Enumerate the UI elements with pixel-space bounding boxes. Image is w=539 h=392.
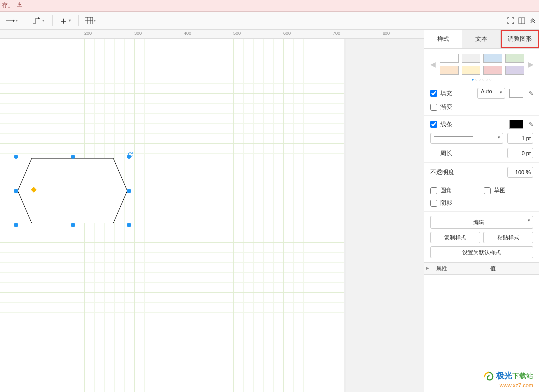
resize-handle-nw[interactable]	[14, 155, 18, 159]
line-width-input[interactable]	[507, 133, 533, 144]
ruler-horizontal: 200 300 400 500 600 700 800	[0, 30, 424, 39]
set-default-style-button[interactable]: 设置为默认样式	[430, 246, 533, 258]
connector-tool[interactable]: ▾	[29, 15, 47, 26]
perimeter-input[interactable]	[507, 148, 533, 158]
expand-icon[interactable]: ▸	[424, 263, 431, 274]
separator	[78, 15, 79, 26]
resize-handle-se[interactable]	[127, 223, 131, 227]
resize-handle-n[interactable]	[71, 155, 75, 159]
swatch[interactable]	[440, 54, 459, 63]
fill-mode-select[interactable]: Auto	[477, 88, 505, 99]
copy-style-button[interactable]: 复制样式	[430, 232, 480, 243]
fill-checkbox[interactable]	[430, 90, 437, 97]
fill-row: 填充 Auto ✎	[430, 88, 533, 99]
shadow-checkbox-label[interactable]: 阴影	[430, 199, 533, 207]
split-view-icon[interactable]	[518, 17, 525, 24]
chevron-down-icon: ▾	[69, 18, 71, 23]
property-table-header: ▸ 属性 值	[424, 262, 539, 275]
swatch-page-dots: ● ○ ○ ○ ○ ○	[430, 78, 533, 82]
resize-handle-sw[interactable]	[14, 223, 18, 227]
canvas[interactable]: 200 300 400 500 600 700 800	[0, 30, 424, 392]
toolbar: ▾ ▾ ＋▾ ▾	[0, 12, 539, 30]
fill-color[interactable]	[509, 89, 523, 98]
resize-handle-ne[interactable]	[127, 155, 131, 159]
perimeter-row: 周长	[430, 148, 533, 158]
line-style-select[interactable]	[430, 133, 503, 144]
download-icon[interactable]	[17, 2, 23, 9]
ruler-mark: 800	[383, 31, 390, 36]
line-style-row	[430, 133, 533, 144]
add-tool[interactable]: ＋▾	[56, 13, 74, 29]
swatch[interactable]	[505, 54, 524, 63]
fill-checkbox-label[interactable]: 填充	[430, 89, 473, 98]
panel-tabs: 样式 文本 调整图形	[424, 30, 539, 49]
arrow-end-tool[interactable]: ▾	[3, 16, 21, 25]
fullscreen-icon[interactable]	[507, 17, 514, 24]
swatch[interactable]	[462, 54, 480, 63]
chevron-down-icon: ▾	[94, 18, 96, 23]
swatch-carousel: ◀ ▶	[430, 54, 533, 75]
rounded-checkbox[interactable]	[430, 187, 437, 194]
swatch[interactable]	[462, 66, 480, 75]
swatch[interactable]	[505, 66, 524, 75]
save-bar: 存。	[0, 0, 539, 12]
rounded-checkbox-label[interactable]: 圆角	[430, 186, 480, 195]
ruler-mark: 700	[333, 31, 340, 36]
opacity-row: 不透明度	[430, 167, 533, 178]
tab-text[interactable]: 文本	[462, 30, 501, 48]
resize-handle-w[interactable]	[14, 189, 18, 193]
swatch[interactable]	[440, 66, 459, 75]
rounded-label: 圆角	[440, 186, 452, 195]
side-panel: 样式 文本 调整图形 ◀ ▶ ● ○ ○ ○ ○ ○	[424, 30, 539, 392]
perimeter-label: 周长	[430, 149, 503, 157]
sketch-label: 草图	[494, 186, 506, 195]
edit-select[interactable]: 编辑	[430, 216, 533, 229]
paste-style-button[interactable]: 粘贴样式	[483, 232, 534, 243]
swatch-grid	[440, 54, 524, 75]
chevron-down-icon: ▾	[42, 18, 44, 23]
fill-label: 填充	[440, 89, 452, 98]
table-tool[interactable]: ▾	[82, 15, 99, 26]
watermark-logo: 极光下载站 www.xz7.com	[483, 371, 533, 388]
swatch-prev-icon[interactable]: ◀	[430, 60, 436, 68]
line-edit-icon[interactable]: ✎	[529, 121, 533, 128]
selected-shape[interactable]	[16, 157, 129, 225]
col-attr: 属性	[431, 263, 485, 274]
line-checkbox-label[interactable]: 线条	[430, 120, 505, 129]
gradient-row: 渐变	[430, 103, 533, 111]
gradient-label: 渐变	[440, 103, 452, 111]
resize-handle-s[interactable]	[71, 223, 75, 227]
gradient-checkbox[interactable]	[430, 104, 437, 111]
sketch-checkbox-label[interactable]: 草图	[484, 186, 534, 195]
collapse-icon[interactable]	[529, 17, 536, 24]
line-checkbox[interactable]	[430, 121, 437, 128]
ruler-mark: 200	[84, 31, 92, 36]
ruler-mark: 500	[233, 31, 241, 36]
logo-text-1: 极光	[496, 371, 512, 380]
shadow-row: 阴影	[430, 199, 533, 207]
tab-arrange[interactable]: 调整图形	[501, 30, 539, 48]
swatch-next-icon[interactable]: ▶	[528, 60, 534, 68]
save-hint: 存。	[2, 1, 14, 10]
opacity-label: 不透明度	[430, 168, 503, 177]
line-color[interactable]	[509, 120, 523, 129]
fill-edit-icon[interactable]: ✎	[529, 90, 533, 97]
page-outside	[346, 39, 424, 392]
tab-style[interactable]: 样式	[424, 30, 462, 48]
chevron-down-icon: ▾	[16, 18, 18, 23]
swatch[interactable]	[483, 54, 502, 63]
sketch-checkbox[interactable]	[484, 187, 491, 194]
shadow-checkbox[interactable]	[430, 200, 437, 207]
ruler-mark: 600	[283, 31, 291, 36]
logo-swirl-icon	[483, 371, 494, 382]
opacity-input[interactable]	[507, 167, 533, 178]
ruler-mark: 300	[134, 31, 142, 36]
panel-body: ◀ ▶ ● ○ ○ ○ ○ ○ 填充	[424, 49, 539, 392]
col-value: 值	[485, 263, 539, 274]
line-label: 线条	[440, 120, 452, 129]
swatch[interactable]	[483, 66, 502, 75]
separator	[26, 15, 26, 26]
resize-handle-e[interactable]	[127, 189, 131, 193]
gradient-checkbox-label[interactable]: 渐变	[430, 103, 533, 111]
separator	[52, 15, 53, 26]
